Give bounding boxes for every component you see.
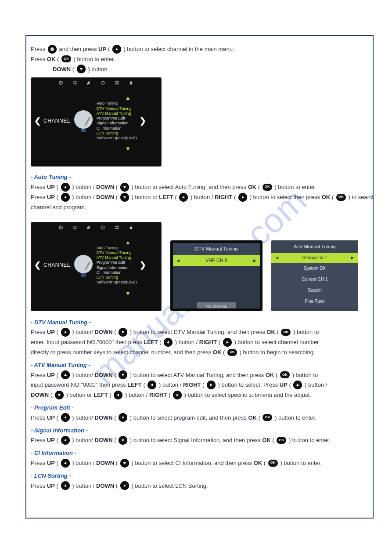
grid-icon xyxy=(115,225,120,230)
dtv-title: DTV Manual Tuning xyxy=(173,243,260,255)
text: ) button to select. Press xyxy=(218,381,280,388)
up-icon xyxy=(61,413,70,422)
down-icon xyxy=(119,328,127,337)
tv-icon xyxy=(72,225,78,230)
text: ( xyxy=(259,414,260,421)
up-icon xyxy=(61,459,70,468)
up-icon xyxy=(293,381,302,389)
text: ( xyxy=(114,329,116,335)
text: UP xyxy=(47,437,55,443)
text: ( xyxy=(57,184,58,190)
gear-icon xyxy=(58,225,64,230)
text: Press xyxy=(31,184,47,190)
up-icon xyxy=(61,481,70,490)
text: DOWN xyxy=(96,460,114,466)
text: ( xyxy=(219,339,220,345)
text: ) button / xyxy=(125,392,149,398)
text: ) button to select specific submenu and … xyxy=(184,392,311,398)
text: RIGHT xyxy=(183,381,201,388)
menu-item: CI Information xyxy=(97,270,137,275)
tv-icon xyxy=(72,80,78,86)
tv-channel-menu-screenshot-2: ▲ ❮ CHANNEL Auto Tuning DTV Manual Tunin… xyxy=(31,222,162,311)
menu-item: CI Information xyxy=(97,126,137,131)
text: ) button to enter xyxy=(274,184,315,190)
text: ( xyxy=(264,460,266,466)
text: ) button/ xyxy=(72,329,93,335)
right-icon xyxy=(207,381,216,389)
text: ) button to xyxy=(293,329,319,335)
text: ( xyxy=(57,437,58,443)
atv-row-label: Storage To 1 xyxy=(302,254,327,261)
text: ) button to select Auto Tuning, and then… xyxy=(131,184,248,190)
svg-rect-10 xyxy=(130,83,133,85)
menu-item: DTV Manual Tuning xyxy=(97,106,137,111)
text: enter. Input password NO."0000" then pre… xyxy=(31,339,144,345)
down-icon xyxy=(120,481,129,490)
text: LEFT xyxy=(127,381,142,388)
text: Press xyxy=(31,460,47,466)
text: DOWN xyxy=(96,194,114,200)
heading-signal-info: - Signal Information - xyxy=(31,426,368,435)
text: UP xyxy=(280,381,288,388)
lock-icon xyxy=(129,225,134,230)
down-icon xyxy=(77,65,86,73)
text: ) button to enter. xyxy=(74,56,115,62)
text: ) button to select Signal Information, a… xyxy=(130,437,262,443)
text: ( xyxy=(114,414,116,421)
menu-item: Programme Edit xyxy=(97,260,137,265)
ok-icon: OK xyxy=(227,349,237,356)
text: ) button / xyxy=(72,194,96,200)
ok-icon: OK xyxy=(277,437,286,444)
svg-rect-7 xyxy=(117,81,119,83)
arrow-right-icon: ❯ xyxy=(137,259,149,272)
text: ) button xyxy=(88,66,107,73)
text: ( xyxy=(332,194,334,200)
lock-icon xyxy=(129,80,134,86)
right-icon xyxy=(223,338,232,347)
text: ( xyxy=(234,194,236,200)
text: ) button / xyxy=(72,460,96,466)
text: ( xyxy=(57,482,58,489)
text: ) button / xyxy=(305,381,327,388)
text: ) button to select DTV Manual Tuning, an… xyxy=(130,329,266,335)
text: LEFT xyxy=(159,194,173,200)
text: Press xyxy=(31,372,47,378)
text: ) button / xyxy=(175,339,199,345)
text: Press xyxy=(31,56,47,62)
text: UP xyxy=(47,460,55,466)
text: OK xyxy=(266,329,275,335)
text: ) button/ xyxy=(72,414,93,421)
svg-rect-13 xyxy=(73,226,76,228)
ok-icon: OK xyxy=(263,414,272,421)
menu-item: ATV Manual Tuning xyxy=(97,111,137,116)
grid-icon xyxy=(115,80,120,86)
text: RIGHT xyxy=(215,194,232,200)
svg-point-12 xyxy=(60,227,61,228)
text: DOWN xyxy=(96,184,114,190)
down-icon xyxy=(119,370,127,379)
text: ) button / xyxy=(72,184,96,190)
text: ) button to enter. xyxy=(289,437,331,443)
text: ) button / xyxy=(191,194,215,200)
menu-item: LCN Sorting xyxy=(97,131,137,136)
svg-rect-3 xyxy=(73,82,76,84)
atv-freq: Frequency Unregistered xyxy=(271,307,358,311)
text-ok: OK xyxy=(47,56,56,62)
satellite-dish-icon xyxy=(73,255,94,276)
text: ) button to select ATV Manual Tuning, an… xyxy=(130,372,266,378)
text: ) button to select then press xyxy=(250,194,322,200)
svg-rect-4 xyxy=(74,84,76,85)
up-icon xyxy=(61,370,70,379)
menu-item: Signal Information xyxy=(97,265,137,270)
svg-rect-9 xyxy=(117,83,119,85)
music-icon xyxy=(86,225,92,230)
text: ( xyxy=(57,329,58,335)
menu-item: DTV Manual Tuning xyxy=(97,250,137,255)
text: ) button / xyxy=(72,482,96,489)
svg-rect-16 xyxy=(115,225,117,227)
text: ) button or xyxy=(131,194,159,200)
down-icon xyxy=(119,413,127,422)
text: ( xyxy=(114,372,116,378)
text: ) button to select channel number xyxy=(234,339,319,345)
text: ) button to select LCN Sorting. xyxy=(131,482,208,489)
